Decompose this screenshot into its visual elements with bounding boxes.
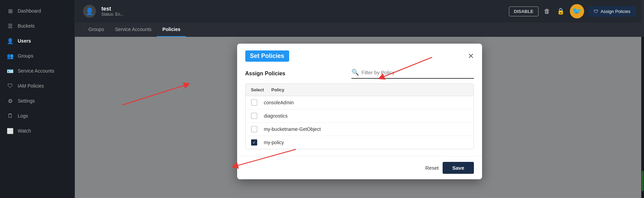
sidebar-item-groups[interactable]: 👥 Groups xyxy=(0,48,75,63)
sidebar-label-buckets: Buckets xyxy=(18,23,35,29)
assign-policies-modal-label: Assign Policies xyxy=(245,71,285,77)
sub-nav: Groups Service Accounts Policies xyxy=(75,22,644,37)
subnav-policies[interactable]: Policies xyxy=(157,22,186,37)
policy-table-body: consoleAdmin diagnostics my-bucketname-G… xyxy=(246,96,474,149)
settings-icon: ⚙ xyxy=(7,97,14,104)
table-row: ✓ my-policy xyxy=(246,136,474,149)
main-content: 👤 test Status: En... DISABLE 🗑 🔒 🐦 🛡 Ass… xyxy=(75,0,644,198)
sidebar-item-watch[interactable]: ⬜ Watch xyxy=(0,123,75,138)
sidebar-item-buckets[interactable]: ☰ Buckets xyxy=(0,18,75,33)
sidebar-label-iam-policies: IAM Policies xyxy=(18,83,44,89)
modal-overlay: Set Policies ✕ Assign Policies 🔍 xyxy=(75,37,644,198)
buckets-icon: ☰ xyxy=(7,22,14,29)
search-icon: 🔍 xyxy=(351,68,359,76)
reset-button[interactable]: Reset xyxy=(425,165,439,171)
col-select-header: Select xyxy=(251,87,271,92)
table-row: diagnostics xyxy=(246,109,474,123)
sidebar-item-users[interactable]: 👤 Users xyxy=(0,33,75,48)
user-name: test xyxy=(101,6,503,12)
sidebar-item-logs[interactable]: 🗒 Logs xyxy=(0,108,75,123)
brand-icon: 🐦 xyxy=(570,4,584,18)
top-bar: 👤 test Status: En... DISABLE 🗑 🔒 🐦 🛡 Ass… xyxy=(75,0,644,22)
sidebar-label-dashboard: Dashboard xyxy=(18,8,41,14)
groups-icon: 👥 xyxy=(7,52,14,59)
iam-policies-icon: 🛡 xyxy=(7,82,14,89)
disable-button[interactable]: DISABLE xyxy=(509,6,539,16)
set-policies-modal: Set Policies ✕ Assign Policies 🔍 xyxy=(237,44,482,179)
sidebar-label-logs: Logs xyxy=(18,113,28,119)
user-info: test Status: En... xyxy=(101,6,503,17)
sidebar-item-service-accounts[interactable]: 🪪 Service Accounts xyxy=(0,63,75,78)
policy-name-consoleAdmin: consoleAdmin xyxy=(264,100,294,105)
content-area: Set Policies ✕ Assign Policies 🔍 xyxy=(75,37,644,198)
assign-policies-shield-icon: 🛡 xyxy=(594,9,598,14)
modal-header: Set Policies ✕ xyxy=(237,44,482,65)
sidebar-label-groups: Groups xyxy=(18,53,33,59)
policy-name-diagnostics: diagnostics xyxy=(264,113,288,119)
policy-filter-input[interactable] xyxy=(362,70,474,75)
sidebar-item-dashboard[interactable]: ⊞ Dashboard xyxy=(0,3,75,18)
table-row: my-bucketname-GetObject xyxy=(246,123,474,136)
user-status: Status: En... xyxy=(101,12,503,17)
modal-title: Set Policies xyxy=(245,50,289,62)
assign-policies-label: Assign Policies xyxy=(601,9,630,14)
policy-checkbox-my-policy[interactable]: ✓ xyxy=(251,139,257,146)
table-header: Select Policy xyxy=(246,84,474,96)
modal-body: Assign Policies 🔍 Select Policy xyxy=(237,65,482,156)
col-policy-header: Policy xyxy=(271,87,468,92)
watch-icon: ⬜ xyxy=(7,127,14,134)
assign-policies-button[interactable]: 🛡 Assign Policies xyxy=(588,6,636,17)
sidebar-label-watch: Watch xyxy=(18,128,31,134)
service-accounts-icon: 🪪 xyxy=(7,67,14,74)
dashboard-icon: ⊞ xyxy=(7,7,14,14)
top-bar-actions: DISABLE 🗑 🔒 🐦 🛡 Assign Policies xyxy=(509,4,636,18)
policy-name-my-policy: my-policy xyxy=(264,140,284,145)
sidebar-label-users: Users xyxy=(18,38,31,44)
policy-checkbox-consoleAdmin[interactable] xyxy=(251,100,257,106)
subnav-service-accounts[interactable]: Service Accounts xyxy=(110,22,157,37)
policy-name-my-bucketname-getobject: my-bucketname-GetObject xyxy=(264,126,321,132)
user-avatar: 👤 xyxy=(83,5,96,18)
table-row: consoleAdmin xyxy=(246,96,474,109)
watermark: CSDN @云烟成雨csdn xyxy=(599,189,641,195)
delete-button[interactable]: 🗑 xyxy=(543,6,551,16)
sidebar-label-settings: Settings xyxy=(18,98,35,104)
users-icon: 👤 xyxy=(7,37,14,44)
sidebar: ⊞ Dashboard ☰ Buckets 👤 Users 👥 Groups 🪪… xyxy=(0,0,75,198)
sidebar-item-settings[interactable]: ⚙ Settings xyxy=(0,93,75,108)
policy-table: Select Policy consoleAdmin diagnostics xyxy=(245,83,474,149)
modal-search-container: 🔍 xyxy=(351,68,474,79)
logs-icon: 🗒 xyxy=(7,112,14,119)
subnav-groups[interactable]: Groups xyxy=(83,22,110,37)
modal-assign-row: Assign Policies 🔍 xyxy=(245,68,474,79)
save-button[interactable]: Save xyxy=(443,162,474,174)
policy-checkbox-my-bucketname[interactable] xyxy=(251,126,257,132)
policy-checkbox-diagnostics[interactable] xyxy=(251,113,257,119)
sidebar-item-iam-policies[interactable]: 🛡 IAM Policies xyxy=(0,78,75,93)
modal-footer: Reset Save xyxy=(237,156,482,179)
modal-close-button[interactable]: ✕ xyxy=(468,52,474,60)
lock-button[interactable]: 🔒 xyxy=(556,6,566,16)
sidebar-label-service-accounts: Service Accounts xyxy=(18,68,54,74)
